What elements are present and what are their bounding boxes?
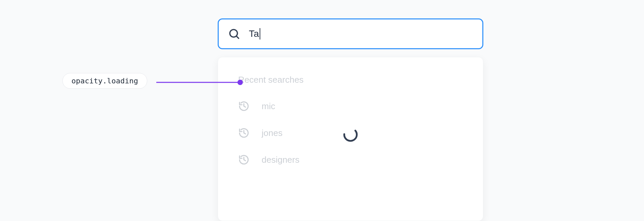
annotation-text: opacity.loading [62, 73, 147, 89]
history-icon [238, 154, 250, 165]
search-input-value: Ta [249, 28, 259, 39]
recent-search-label: jones [262, 128, 282, 138]
annotation-label: opacity.loading [62, 73, 147, 89]
history-icon [238, 100, 250, 112]
recent-searches-heading: Recent searches [238, 75, 463, 85]
recent-search-label: designers [262, 155, 300, 165]
search-input-container[interactable]: Ta [218, 18, 483, 49]
dropdown-content-dimmed: Recent searches mic jones [218, 57, 483, 165]
spinner-icon [342, 126, 359, 143]
text-caret [260, 28, 260, 40]
history-icon [238, 127, 250, 139]
recent-search-item[interactable]: mic [238, 100, 463, 112]
recent-search-label: mic [262, 101, 275, 112]
loading-spinner [342, 126, 359, 143]
recent-search-item[interactable]: designers [238, 154, 463, 165]
svg-point-4 [342, 126, 359, 143]
search-input[interactable]: Ta [249, 28, 260, 40]
search-icon [228, 28, 240, 40]
svg-line-3 [236, 36, 239, 39]
search-dropdown: Recent searches mic jones [218, 57, 483, 221]
